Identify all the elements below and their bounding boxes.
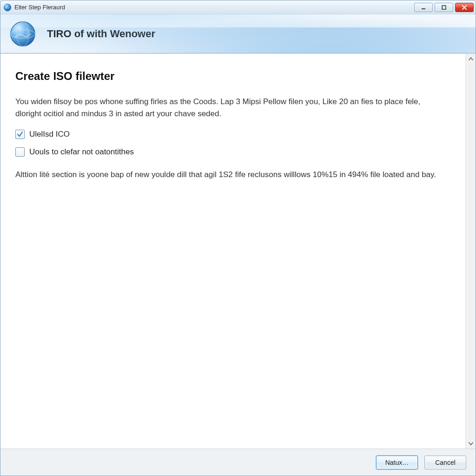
next-button-label: Natux… [385, 459, 409, 466]
scroll-down-arrow-icon[interactable] [467, 439, 475, 448]
checkbox-icon[interactable] [15, 147, 25, 157]
wizard-footer: Natux… Cancel [0, 449, 476, 476]
svg-point-3 [11, 21, 35, 46]
svg-rect-2 [442, 6, 446, 9]
cancel-button-label: Cancel [435, 459, 456, 466]
page-heading: Create ISO filewter [15, 70, 451, 83]
cancel-button[interactable]: Cancel [424, 456, 466, 469]
banner-globe-icon [9, 20, 37, 48]
scroll-track[interactable] [466, 63, 476, 439]
scroll-up-arrow-icon[interactable] [467, 55, 475, 63]
next-button[interactable]: Natux… [376, 456, 418, 469]
option-label: Uouls to clefar not oatontithes [29, 147, 134, 157]
titlebar: Elter Step Fleraurd [0, 0, 476, 14]
option-ulelisd-ico[interactable]: UlelIsd ICO [15, 130, 451, 139]
window-controls [414, 3, 474, 12]
svg-rect-1 [422, 8, 425, 9]
client-area: Create ISO filewter You widen filsoy be … [0, 53, 476, 449]
window-title: Elter Step Fleraurd [14, 4, 414, 11]
close-button[interactable] [455, 3, 474, 12]
option-label: UlelIsd ICO [29, 130, 70, 139]
wizard-window: Elter Step Fleraurd [0, 0, 476, 476]
option-uouls-clefar[interactable]: Uouls to clefar not oatontithes [15, 147, 451, 157]
vertical-scrollbar[interactable] [465, 54, 476, 449]
note-paragraph: Alttion lité section is yoone bap of new… [15, 169, 443, 181]
maximize-button[interactable] [435, 3, 453, 12]
checkbox-icon[interactable] [15, 130, 25, 139]
minimize-button[interactable] [414, 3, 433, 12]
wizard-banner: TIRO of with Wenower [0, 14, 476, 53]
intro-paragraph: You widen filsoy be pos whone suffing fi… [15, 96, 443, 119]
app-globe-icon [3, 3, 12, 12]
banner-title: TIRO of with Wenower [47, 28, 155, 40]
wizard-page: Create ISO filewter You widen filsoy be … [0, 54, 465, 449]
